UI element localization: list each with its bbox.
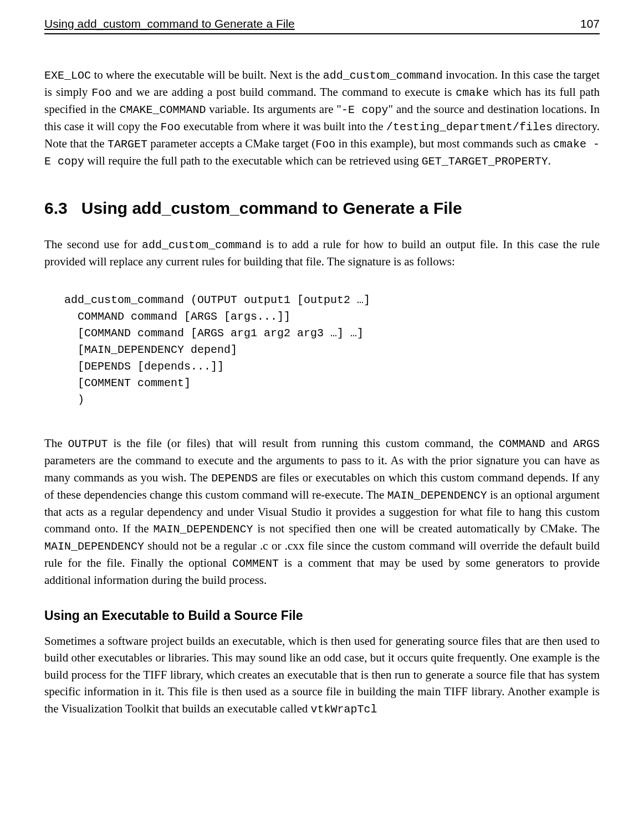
text: The second use for — [44, 238, 142, 251]
paragraph: The OUTPUT is the file (or files) that w… — [44, 435, 600, 588]
text: is the file (or files) that will result … — [108, 437, 499, 450]
running-header-title: Using add_custom_command to Generate a F… — [44, 16, 295, 32]
paragraph-continuation: EXE_LOC to where the executable will be … — [44, 66, 600, 170]
code-inline: Foo — [91, 86, 111, 99]
text: and we are adding a post build command. … — [111, 85, 456, 99]
code-inline: EXE_LOC — [44, 69, 91, 82]
page-header: Using add_custom_command to Generate a F… — [44, 16, 600, 34]
code-inline: cmake — [456, 86, 489, 99]
text: parameter accepts a CMake target ( — [147, 137, 315, 150]
page-number: 107 — [580, 16, 600, 32]
code-inline: MAIN_DEPENDENCY — [154, 523, 253, 536]
text: in this example), but most commands such… — [335, 137, 553, 150]
code-inline: MAIN_DEPENDENCY — [387, 489, 487, 502]
code-inline: COMMAND — [499, 438, 545, 450]
code-inline: ARGS — [573, 438, 600, 450]
code-inline: add_custom_command — [323, 69, 443, 82]
code-inline: MAIN_DEPENDENCY — [44, 540, 144, 553]
text: The — [44, 437, 68, 450]
text: executable from where it was built into … — [181, 120, 386, 133]
text: . — [548, 154, 551, 167]
text: will require the full path to the execut… — [84, 154, 422, 167]
text: and — [545, 437, 573, 450]
code-inline: TARGET — [108, 138, 147, 151]
paragraph: Sometimes a software project builds an e… — [44, 633, 600, 717]
code-inline: Foo — [161, 121, 181, 134]
section-number: 6.3 — [44, 199, 68, 217]
text: is not specified then one will be create… — [253, 522, 600, 535]
code-inline: CMAKE_COMMAND — [119, 104, 206, 116]
paragraph: The second use for add_custom_command is… — [44, 236, 600, 270]
code-inline: vtkWrapTcl — [311, 703, 377, 716]
section-title: Using add_custom_command to Generate a F… — [81, 199, 462, 217]
code-inline: add_custom_command — [142, 239, 262, 252]
code-inline: -E copy — [341, 104, 389, 116]
section-heading: 6.3 Using add_custom_command to Generate… — [44, 196, 600, 220]
text: to where the executable will be built. N… — [91, 68, 323, 81]
code-inline: COMMENT — [232, 557, 279, 570]
subsection-heading: Using an Executable to Build a Source Fi… — [44, 607, 600, 625]
code-inline: /testing_department/files — [386, 121, 553, 134]
code-inline: OUTPUT — [68, 438, 108, 450]
text: variable. Its arguments are " — [206, 102, 341, 116]
code-block: add_custom_command (OUTPUT output1 [outp… — [64, 292, 600, 408]
code-inline: DEPENDS — [211, 472, 258, 485]
code-inline: Foo — [315, 138, 335, 151]
code-inline: GET_TARGET_PROPERTY — [422, 155, 548, 168]
